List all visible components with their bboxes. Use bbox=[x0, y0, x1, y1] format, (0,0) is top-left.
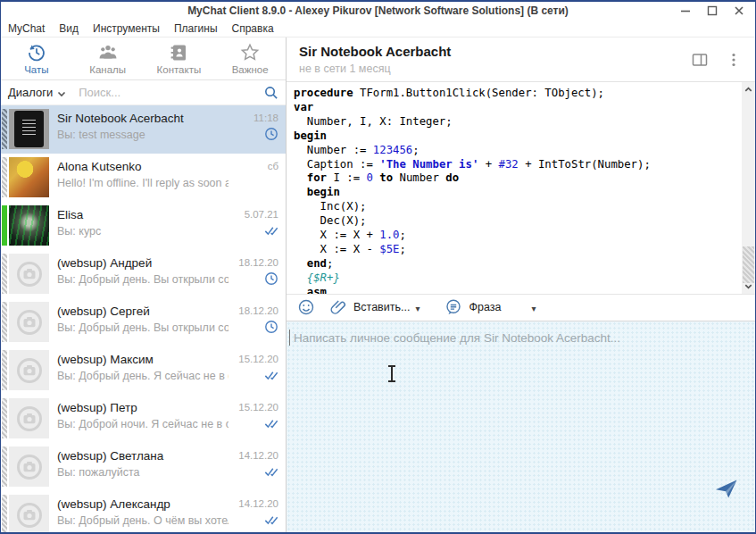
toolbar-tab-chats[interactable]: Чаты bbox=[1, 38, 72, 79]
status-stripe bbox=[2, 157, 7, 197]
close-button[interactable] bbox=[728, 4, 750, 19]
split-panel-icon[interactable] bbox=[691, 51, 709, 69]
menu-item-tools[interactable]: Инструменты bbox=[93, 22, 160, 35]
menu-item-view[interactable]: Вид bbox=[59, 22, 79, 35]
insert-button[interactable]: Вставить... bbox=[353, 301, 410, 313]
conversation-header-icons bbox=[691, 51, 743, 69]
read-dblcheck-icon bbox=[264, 223, 278, 238]
avatar-naruto bbox=[9, 157, 49, 197]
chat-last-message: Вы: Добрый день. Я сейчас не в офи... bbox=[57, 370, 228, 382]
code-line: begin bbox=[294, 186, 735, 200]
chat-list-item[interactable]: Alona Kutsenko Hello! I'm offline. I'll … bbox=[1, 154, 286, 202]
window-controls bbox=[675, 4, 755, 19]
chat-name: (websup) Александр bbox=[57, 497, 228, 511]
phrase-bubble-icon[interactable] bbox=[444, 298, 462, 316]
chat-list-item[interactable]: (websup) Сергей Вы: Добрый день. Вы откр… bbox=[1, 298, 286, 346]
conversation-panel: Sir Notebook Acerbacht не в сети 1 месяц… bbox=[287, 38, 755, 532]
search-input[interactable]: Поиск... bbox=[71, 86, 263, 99]
chat-time: 18.12.20 bbox=[238, 257, 278, 268]
messages-scrollbar[interactable] bbox=[742, 82, 755, 294]
message-list: procedure TForm1.Button1Click(Sender: TO… bbox=[287, 82, 742, 294]
chat-last-message: Вы: Добрый день. О чём вы хотели с... bbox=[57, 514, 228, 527]
scroll-up-icon[interactable] bbox=[742, 83, 755, 96]
code-line: asm bbox=[294, 286, 735, 294]
sidebar: ЧатыКаналыКонтактыВажное Диалоги Поиск..… bbox=[1, 38, 287, 532]
message-input[interactable]: Написать личное сообщение для Sir Notebo… bbox=[287, 321, 755, 533]
chat-time: 5.07.21 bbox=[245, 209, 278, 220]
menu-item-mychat[interactable]: MyChat bbox=[8, 22, 45, 35]
chat-last-message: Вы: курс bbox=[57, 225, 228, 238]
status-stripe bbox=[2, 109, 7, 149]
toolbar-tab-label: Чаты bbox=[24, 64, 48, 75]
conversation-title: Sir Notebook Acerbacht bbox=[299, 44, 691, 59]
phrase-caret-down-icon[interactable]: ▾ bbox=[531, 304, 536, 313]
search-icon[interactable] bbox=[263, 85, 278, 100]
chat-name: Elisa bbox=[57, 208, 228, 221]
toolbar-tab-channels[interactable]: Каналы bbox=[72, 38, 144, 79]
people-icon bbox=[97, 42, 119, 63]
code-line: X := X + 1.0; bbox=[294, 229, 735, 243]
toolbar-tab-important[interactable]: Важное bbox=[214, 38, 286, 79]
chat-name: Alona Kutsenko bbox=[57, 160, 228, 173]
read-dblcheck-icon bbox=[264, 416, 278, 430]
menu-bar: MyChatВидИнструментыПлагиныСправка bbox=[1, 20, 755, 38]
read-dblcheck-icon bbox=[264, 513, 278, 527]
code-message: procedure TForm1.Button1Click(Sender: TO… bbox=[287, 82, 742, 294]
pending-clock-icon bbox=[264, 127, 278, 141]
read-dblcheck-icon bbox=[264, 464, 278, 479]
toolbar-tab-label: Контакты bbox=[157, 64, 202, 75]
dialogs-filter-dropdown[interactable]: Диалоги bbox=[8, 86, 53, 99]
conversation-status: не в сети 1 месяц bbox=[299, 63, 691, 75]
chat-time: сб bbox=[268, 161, 278, 171]
chat-name: (websup) Петр bbox=[57, 401, 228, 414]
chat-list-item[interactable]: (websup) Александр Вы: Добрый день. О чё… bbox=[1, 491, 286, 532]
scrollbar-thumb[interactable] bbox=[743, 246, 754, 282]
chat-time: 15.12.20 bbox=[238, 354, 278, 364]
avatar-camera bbox=[9, 495, 49, 532]
chat-last-message: Вы: Добрый день. Вы открыли со мн... bbox=[57, 273, 228, 286]
chat-list-item[interactable]: Sir Notebook Acerbacht Вы: test message … bbox=[1, 105, 286, 154]
menu-item-help[interactable]: Справка bbox=[232, 22, 274, 35]
menu-item-plugins[interactable]: Плагины bbox=[174, 22, 218, 35]
minimize-button[interactable] bbox=[675, 4, 696, 19]
chat-time: 11:18 bbox=[253, 113, 278, 123]
chat-last-message: Вы: Доброй ночи. Я сейчас не в офи... bbox=[57, 418, 228, 430]
phrase-button[interactable]: Фраза bbox=[469, 301, 501, 313]
chat-name: (websup) Максим bbox=[57, 353, 228, 366]
attach-paperclip-icon[interactable] bbox=[329, 298, 347, 316]
chat-last-message: Вы: Добрый день. Вы открыли со мн... bbox=[57, 321, 228, 334]
avatar-tshirt bbox=[9, 109, 49, 149]
avatar-camera bbox=[9, 302, 49, 342]
chat-time: 15.12.20 bbox=[238, 402, 278, 413]
status-stripe bbox=[2, 398, 7, 438]
main-toolbar: ЧатыКаналыКонтактыВажное bbox=[1, 38, 286, 80]
chat-time: 14.12.20 bbox=[238, 498, 278, 509]
chat-time: 18.12.20 bbox=[238, 305, 278, 316]
chat-name: (websup) Светлана bbox=[57, 449, 228, 463]
scroll-down-icon[interactable] bbox=[742, 280, 755, 293]
chat-list-item[interactable]: Elisa Вы: курс 5.07.21 bbox=[1, 202, 286, 250]
chevron-down-icon[interactable] bbox=[55, 88, 68, 100]
status-stripe bbox=[2, 350, 7, 390]
emoji-icon[interactable] bbox=[297, 298, 315, 316]
code-line: begin bbox=[294, 129, 735, 144]
chat-list-item[interactable]: (websup) Максим Вы: Добрый день. Я сейча… bbox=[1, 346, 286, 395]
toolbar-tab-contacts[interactable]: Контакты bbox=[144, 38, 215, 79]
code-line: Number := 123456; bbox=[294, 144, 735, 158]
code-line: {$R+} bbox=[294, 271, 735, 286]
title-bar: MyChat Client 8.9.0 - Alexey Pikurov [Ne… bbox=[1, 2, 755, 20]
chat-list-item[interactable]: (websup) Петр Вы: Доброй ночи. Я сейчас … bbox=[1, 395, 286, 443]
kebab-menu-icon[interactable] bbox=[725, 51, 743, 69]
send-button[interactable] bbox=[714, 477, 739, 500]
chat-list-item[interactable]: (websup) Андрей Вы: Добрый день. Вы откр… bbox=[1, 250, 286, 298]
status-stripe bbox=[2, 302, 7, 342]
status-stripe bbox=[2, 495, 7, 532]
avatar-camera bbox=[9, 254, 49, 294]
code-line: Number, I, X: Integer; bbox=[294, 115, 735, 129]
maximize-button[interactable] bbox=[702, 4, 723, 19]
avatar-camera bbox=[9, 350, 49, 390]
insert-caret-down-icon[interactable]: ▾ bbox=[415, 304, 420, 313]
composer-toolbar: Вставить... ▾ Фраза ▾ bbox=[287, 294, 755, 321]
code-line: X := X - $5E; bbox=[294, 243, 735, 257]
chat-list-item[interactable]: (websup) Светлана Вы: пожалуйста 14.12.2… bbox=[1, 443, 286, 491]
